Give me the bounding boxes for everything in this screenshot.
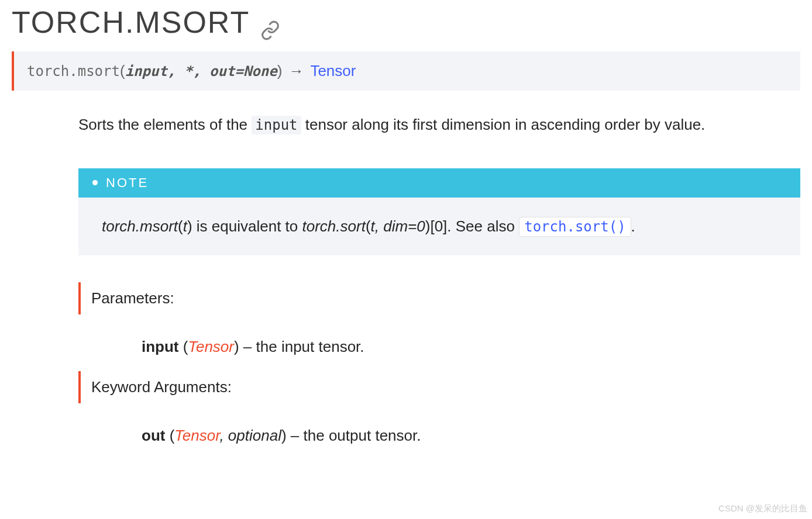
note-paren1: ( [178, 217, 183, 235]
description: Sorts the elements of the input tensor a… [78, 114, 800, 136]
note-box: NOTE torch.msort(t) is equivalent to tor… [78, 168, 800, 255]
note-fn2: torch.sort [302, 217, 366, 235]
param-type[interactable]: Tensor [188, 338, 234, 355]
note-period: . [631, 217, 635, 235]
note-body: torch.msort(t) is equivalent to torch.so… [78, 198, 800, 255]
note-close1: ) is equivalent to [187, 217, 302, 235]
title-text: TORCH.MSORT [12, 5, 250, 40]
note-arg1: t [183, 217, 187, 235]
signature-return-type[interactable]: Tensor [310, 62, 356, 79]
doc-content: Sorts the elements of the input tensor a… [12, 114, 800, 460]
function-signature: torch.msort(input, *, out=None) → Tensor [12, 51, 800, 91]
note-close2: )[0]. See also [425, 217, 519, 235]
parameters-item: input (Tensor) – the input tensor. [78, 332, 800, 371]
note-header: NOTE [78, 168, 800, 198]
signature-params: input, *, out=None [125, 63, 277, 79]
signature-fn-name: torch.msort [27, 63, 120, 79]
permalink-icon[interactable] [260, 12, 280, 32]
doc-page: TORCH.MSORT torch.msort(input, *, out=No… [0, 0, 812, 478]
kwarg-name: out [142, 427, 165, 444]
parameters-label: Parameters: [78, 282, 800, 314]
desc-after: tensor along its first dimension in asce… [301, 116, 706, 133]
kwargs-label-text: Keyword Arguments: [91, 378, 232, 396]
note-code-link[interactable]: torch.sort() [519, 217, 631, 237]
note-fn1: torch.msort [102, 217, 178, 235]
note-paren2: ( [366, 217, 371, 235]
parameters-label-text: Parameters: [91, 289, 174, 307]
note-arg2: t, dim=0 [371, 217, 425, 235]
desc-before: Sorts the elements of the [78, 116, 252, 133]
desc-inline-code: input [252, 116, 301, 134]
param-name: input [142, 338, 179, 355]
note-label: NOTE [106, 175, 149, 191]
kwargs-label: Keyword Arguments: [78, 371, 800, 403]
page-title: TORCH.MSORT [12, 5, 800, 40]
kwarg-optional: , optional [219, 427, 281, 444]
bullet-icon [92, 180, 98, 185]
param-desc: – the input tensor. [239, 338, 364, 355]
kwargs-item: out (Tensor, optional) – the output tens… [78, 421, 800, 460]
kwarg-desc: – the output tensor. [287, 427, 421, 444]
kwarg-type[interactable]: Tensor [174, 427, 219, 444]
